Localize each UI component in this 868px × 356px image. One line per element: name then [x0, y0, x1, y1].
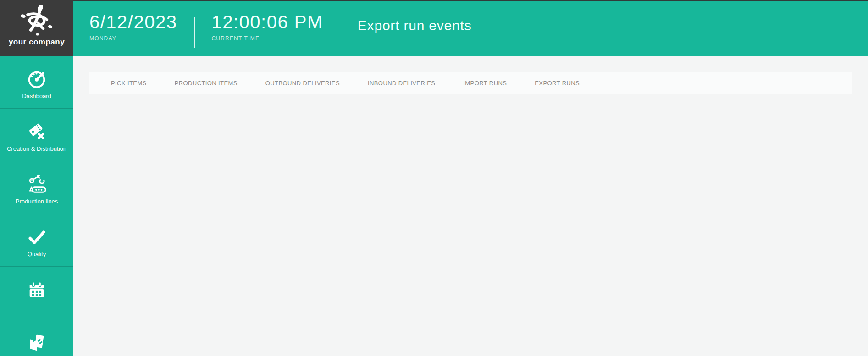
gauge-icon: [26, 68, 47, 89]
sidebar-item-label: Dashboard: [22, 93, 51, 99]
sidebar-item-master-plan[interactable]: [0, 267, 73, 319]
header-divider: [194, 17, 195, 48]
sidebar-item-production-lines[interactable]: Production lines: [0, 161, 73, 214]
header-divider: [341, 17, 341, 48]
main-sidebar: Dashboard Creation & Distribution: [0, 56, 73, 356]
tab-bar: PICK ITEMS PRODUCTION ITEMS OUTBOUND DEL…: [89, 72, 852, 94]
company-logo-text: your company: [9, 38, 65, 47]
calendar-icon: [26, 279, 47, 300]
tab-import-runs[interactable]: IMPORT RUNS: [463, 80, 507, 87]
tab-production-items[interactable]: PRODUCTION ITEMS: [175, 80, 238, 87]
robot-arm-icon: [26, 174, 47, 195]
content-area: PICK ITEMS PRODUCTION ITEMS OUTBOUND DEL…: [73, 56, 868, 356]
ticket-icon: [26, 121, 47, 142]
current-date: 6/12/2023: [89, 13, 177, 31]
sidebar-item-label: Creation & Distribution: [7, 145, 66, 152]
current-time: 12:00:06 PM: [211, 13, 323, 31]
checkmark-icon: [26, 226, 47, 247]
current-time-label: CURRENT TIME: [211, 35, 323, 42]
top-header: your company 6/12/2023 MONDAY 12:00:06 P…: [0, 0, 868, 56]
sidebar-item-label: Production lines: [16, 198, 58, 205]
tab-pick-items[interactable]: PICK ITEMS: [111, 80, 147, 87]
sidebar-item-dashboard[interactable]: Dashboard: [0, 56, 73, 109]
page-title: Export run events: [358, 18, 472, 33]
sidebar-item-bottom-partial[interactable]: [0, 319, 73, 356]
current-day-label: MONDAY: [89, 35, 177, 42]
sidebar-item-creation-distribution[interactable]: Creation & Distribution: [0, 109, 73, 161]
date-group: 6/12/2023 MONDAY: [89, 13, 177, 42]
tab-inbound-deliveries[interactable]: INBOUND DELIVERIES: [368, 80, 435, 87]
time-group: 12:00:06 PM CURRENT TIME: [211, 13, 323, 42]
company-logo-icon: [17, 4, 56, 37]
header-bar: 6/12/2023 MONDAY 12:00:06 PM CURRENT TIM…: [73, 0, 868, 56]
tab-outbound-deliveries[interactable]: OUTBOUND DELIVERIES: [265, 80, 340, 87]
tab-export-runs[interactable]: EXPORT RUNS: [535, 80, 580, 87]
sidebar-item-label: Quality: [28, 251, 46, 257]
company-logo[interactable]: your company: [0, 0, 73, 56]
sidebar-item-quality[interactable]: Quality: [0, 214, 73, 267]
box-link-icon: [26, 332, 47, 353]
